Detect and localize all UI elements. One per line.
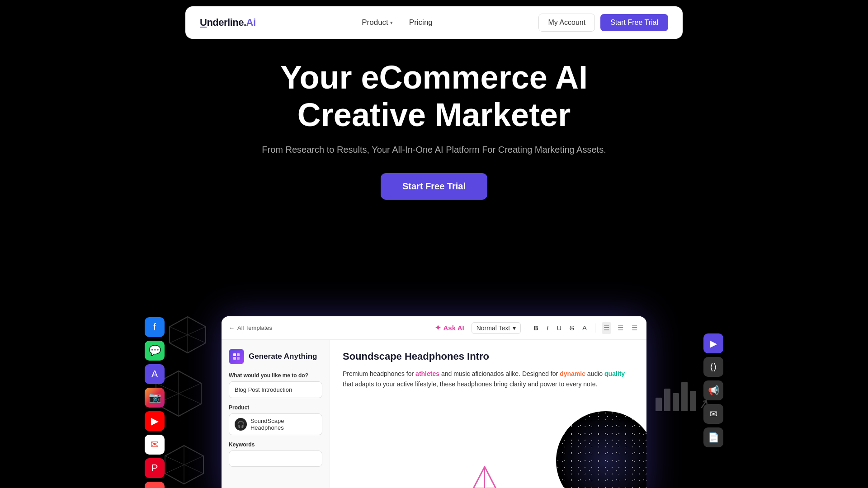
content-body: Premium headphones for athletes and musi… [343,369,634,389]
font-color-button[interactable]: A [580,322,589,333]
product-thumbnail: 🎧 [235,418,247,431]
discord-icon[interactable]: A [145,364,165,384]
highlight-athletes: athletes [415,370,439,377]
cube-decoration-top [167,314,208,357]
right-content: Soundscape Headphones Intro Premium head… [330,340,646,488]
what-field: What would you like me to do? [229,372,322,398]
keywords-field: Keywords [229,441,322,467]
nav-pricing[interactable]: Pricing [409,18,433,27]
nav-product[interactable]: Product ▾ [362,18,393,27]
bold-button[interactable]: B [532,322,540,333]
megaphone-icon[interactable]: 📢 [703,380,723,400]
back-arrow-icon: ← [229,324,235,331]
toolbar-divider [595,324,595,333]
navigation: Underline.Ai Product ▾ Pricing My Accoun… [185,6,683,39]
instagram-icon[interactable]: 📷 [145,388,165,408]
panel-title: Generate Anything [249,352,317,361]
toolbar-icons: B I U S A ☰ ☰ ☰ [532,322,639,334]
svg-rect-14 [233,357,236,360]
logo: Underline.Ai [200,17,256,28]
align-center-button[interactable]: ☰ [616,322,625,334]
hero-subtitle: From Research to Results, Your All-In-On… [231,145,637,155]
product-label: Product [229,404,322,411]
italic-button[interactable]: I [545,322,550,333]
keywords-input[interactable] [229,450,322,467]
app-body: Generate Anything What would you like me… [222,340,646,488]
bar-1 [656,398,662,411]
bar-4 [681,382,688,411]
other-icon[interactable]: ● [145,482,165,488]
app-mockup: ← All Templates ✦ Ask AI Normal Text ▾ B… [222,316,646,488]
gmail-icon[interactable]: ✉ [145,435,165,455]
chart-decoration: ↗ [656,382,696,411]
cube-decoration-bot [163,443,206,488]
panel-header: Generate Anything [229,349,322,364]
app-top-bar: ← All Templates ✦ Ask AI Normal Text ▾ B… [222,316,646,340]
svg-rect-15 [237,357,240,360]
product-field: Product 🎧 SoundScape Headphones [229,404,322,435]
align-left-button[interactable]: ☰ [602,322,611,334]
svg-rect-12 [233,353,236,356]
keywords-label: Keywords [229,441,322,448]
bar-3 [673,393,679,411]
format-select[interactable]: Normal Text ▾ [472,322,521,334]
strikethrough-button[interactable]: S [568,322,576,333]
right-deco-icons: ▶ ⟨⟩ 📢 ✉ 📄 [703,333,723,447]
back-link[interactable]: ← All Templates [229,324,272,331]
left-sidebar-icons: f 💬 A 📷 ▶ ✉ P ● [145,317,165,488]
start-free-trial-nav-button[interactable]: Start Free Trial [600,14,668,31]
brand-triangle-decoration [472,466,497,488]
dark-circle-decoration [556,411,646,488]
underline-button[interactable]: U [555,322,563,333]
my-account-button[interactable]: My Account [538,14,595,32]
panel-logo-icon [229,349,244,364]
ask-ai-button[interactable]: ✦ Ask AI [435,324,464,332]
bar-2 [664,389,670,411]
left-panel: Generate Anything What would you like me… [222,340,330,488]
play-icon[interactable]: ▶ [703,333,723,353]
document-icon[interactable]: 📄 [703,427,723,447]
product-input[interactable]: 🎧 SoundScape Headphones [229,413,322,435]
share-icon[interactable]: ⟨⟩ [703,357,723,377]
mail-icon[interactable]: ✉ [703,404,723,424]
youtube-icon[interactable]: ▶ [145,411,165,431]
what-label: What would you like me to do? [229,372,322,379]
whatsapp-icon[interactable]: 💬 [145,341,165,361]
chevron-down-icon: ▾ [390,20,393,26]
highlight-dynamic: dynamic [560,370,585,377]
product-name: SoundScape Headphones [250,418,316,431]
facebook-icon[interactable]: f [145,317,165,337]
highlight-quality: quality [604,370,625,377]
start-free-trial-hero-button[interactable]: Start Free Trial [381,173,487,200]
bar-chart [656,382,696,411]
chevron-down-icon: ▾ [513,324,516,332]
nav-links: Product ▾ Pricing [362,18,433,27]
hero-title: Your eCommerce AI Creative Marketer [231,59,637,134]
bar-5 [690,391,696,411]
hero-section: Your eCommerce AI Creative Marketer From… [231,59,637,200]
align-right-button[interactable]: ☰ [630,322,639,334]
stars-decoration [556,411,646,488]
sparkle-icon: ✦ [435,324,441,332]
svg-rect-13 [237,353,240,356]
what-input[interactable] [229,381,322,398]
content-title: Soundscape Headphones Intro [343,351,634,362]
mockup-wrapper: f 💬 A 📷 ▶ ✉ P ● [104,316,764,488]
pinterest-icon[interactable]: P [145,458,165,478]
nav-actions: My Account Start Free Trial [538,14,668,32]
